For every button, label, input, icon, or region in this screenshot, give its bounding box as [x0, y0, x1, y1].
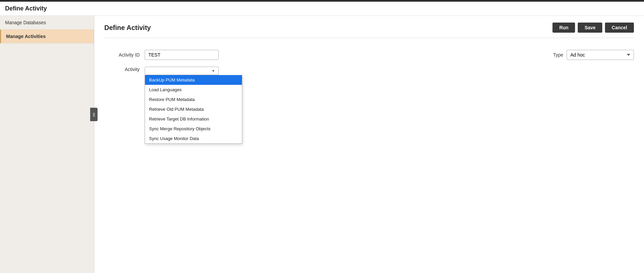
chevron-down-icon: ▼: [212, 69, 215, 73]
layout: Manage Databases Manage Activities || De…: [0, 16, 644, 273]
main-title: Define Activity: [104, 24, 151, 32]
main-content: Define Activity Run Save Cancel Activity…: [94, 16, 644, 273]
type-label: Type: [553, 52, 563, 58]
sidebar: Manage Databases Manage Activities: [0, 16, 94, 273]
activity-label: Activity: [104, 67, 145, 72]
sidebar-item-manage-databases[interactable]: Manage Databases: [0, 16, 94, 30]
dropdown-option-sync-merge-repo-objects[interactable]: Sync Merge Repository Objects: [145, 124, 242, 134]
page-title: Define Activity: [0, 2, 644, 16]
sidebar-item-manage-activities-label: Manage Activities: [6, 34, 46, 39]
sidebar-item-manage-databases-label: Manage Databases: [5, 20, 46, 25]
dropdown-option-sync-usage-monitor-data[interactable]: Sync Usage Monitor Data: [145, 134, 242, 143]
activity-id-input[interactable]: [145, 50, 219, 60]
dropdown-option-retrieve-old-pum-metadata[interactable]: Retrieve Old PUM Metadata: [145, 104, 242, 114]
dropdown-option-load-languages[interactable]: Load Languages: [145, 85, 242, 95]
save-button[interactable]: Save: [578, 23, 602, 33]
type-select[interactable]: Ad hoc Scheduled: [567, 50, 634, 60]
cancel-button[interactable]: Cancel: [605, 23, 634, 33]
activity-dropdown-trigger[interactable]: ▼: [145, 67, 219, 75]
action-buttons: Run Save Cancel: [552, 23, 634, 33]
activity-dropdown-container: ▼ BackUp PUM Metadata Load Languages Res…: [145, 67, 219, 75]
dropdown-option-retrieve-target-db-info[interactable]: Retrieve Target DB Information: [145, 114, 242, 124]
run-button[interactable]: Run: [552, 23, 575, 33]
collapse-icon: ||: [93, 112, 95, 117]
dropdown-option-restore-pum-metadata[interactable]: Restore PUM Metadata: [145, 95, 242, 104]
main-header: Define Activity Run Save Cancel: [104, 23, 634, 38]
activity-id-label: Activity ID: [104, 52, 145, 58]
sidebar-item-manage-activities[interactable]: Manage Activities: [0, 30, 94, 43]
activity-dropdown-list: BackUp PUM Metadata Load Languages Resto…: [145, 75, 242, 144]
dropdown-option-backup-pum-metadata[interactable]: BackUp PUM Metadata: [145, 75, 242, 85]
form-area: Activity ID Type Ad hoc Scheduled Activi…: [104, 43, 634, 89]
sidebar-collapse-handle[interactable]: ||: [90, 108, 98, 121]
